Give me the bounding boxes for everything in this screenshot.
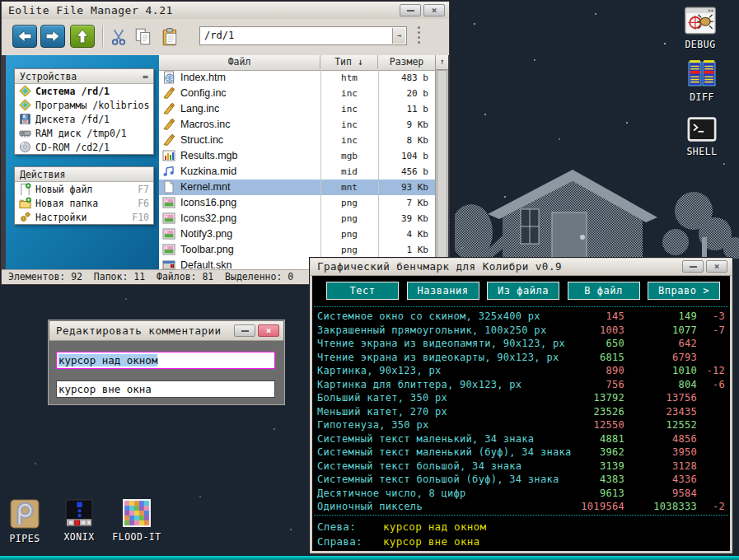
bench-row: Картинка, 90x123, px8901010-12 bbox=[317, 364, 725, 378]
bench-row: Десятичное число, 8 цифр96139584 bbox=[317, 487, 725, 501]
floodit-icon bbox=[105, 499, 168, 527]
desktop-icon-shell[interactable]: SHELL bbox=[676, 117, 728, 157]
back-button[interactable] bbox=[12, 25, 37, 48]
scrollbar[interactable]: ↑ bbox=[435, 55, 448, 269]
bench-value-right: 4336 bbox=[624, 473, 697, 487]
file-row[interactable]: Notify3.pngpng4 Kb bbox=[159, 226, 435, 242]
action-item[interactable]: Новая папкаF6 bbox=[15, 196, 153, 210]
desktop-icon-label: DEBUG bbox=[674, 39, 727, 50]
column-header-type[interactable]: Тип ↓ bbox=[320, 55, 378, 69]
device-item[interactable]: CD-ROM /cd2/1 bbox=[15, 140, 153, 154]
file-row[interactable]: Macros.incinc9 Kb bbox=[159, 117, 435, 133]
scroll-thumb[interactable] bbox=[437, 70, 447, 268]
bench-button[interactable]: Вправо > bbox=[648, 282, 720, 300]
file-row[interactable]: Config.incinc20 b bbox=[159, 86, 435, 101]
bench-row: Системный текст маленький, 34 знака48814… bbox=[317, 432, 725, 446]
desktop-icon-debug[interactable]: DEBUG bbox=[674, 7, 727, 50]
desktop-icon-pipes[interactable]: PIPES bbox=[0, 499, 51, 544]
close-button[interactable]: × bbox=[706, 260, 727, 273]
path-go-icon[interactable]: → bbox=[392, 28, 405, 44]
action-item[interactable]: НастройкиF10 bbox=[15, 210, 153, 224]
file-name: Kernel.mnt bbox=[180, 180, 230, 195]
collapse-icon[interactable]: = bbox=[143, 71, 148, 82]
bench-value-right: 3128 bbox=[624, 460, 697, 474]
file-row[interactable]: Results.mgbmgb104 b bbox=[159, 148, 435, 164]
copy-icon[interactable] bbox=[132, 26, 155, 48]
bench-footer-row: Справа:курсор вне окна bbox=[317, 534, 725, 549]
actions-panel-header[interactable]: Действия bbox=[15, 167, 153, 182]
file-name: Notify3.png bbox=[180, 226, 232, 242]
benchmark-window-title: Графический бенчмарк для Колибри v0.9 bbox=[317, 259, 562, 275]
close-button[interactable]: × bbox=[423, 4, 445, 16]
file-row[interactable]: Toolbar.pngpng1 Kb bbox=[159, 242, 435, 258]
devices-panel-header[interactable]: Устройства = bbox=[15, 69, 153, 84]
inc-file-icon bbox=[162, 118, 175, 131]
device-item[interactable]: Система /rd/1 bbox=[15, 84, 153, 98]
scroll-up-icon[interactable]: ↑ bbox=[436, 55, 448, 70]
menu-dots-icon[interactable] bbox=[418, 26, 420, 44]
column-separator bbox=[320, 70, 321, 269]
cd-icon bbox=[19, 141, 31, 153]
desktop-icon-xonix[interactable]: XONIX bbox=[53, 499, 105, 543]
bench-button[interactable]: Названия bbox=[407, 282, 479, 300]
file-size: 104 b bbox=[378, 148, 428, 164]
file-row[interactable]: Kernel.mntmnt93 Kb bbox=[159, 180, 435, 195]
bench-delta bbox=[697, 432, 725, 446]
action-label: Новый файл bbox=[35, 184, 92, 195]
close-button[interactable]: × bbox=[258, 324, 279, 337]
file-row[interactable]: Struct.incinc8 Kb bbox=[159, 133, 435, 148]
bench-button[interactable]: В файл bbox=[568, 282, 640, 300]
bench-delta: -7 bbox=[697, 324, 725, 338]
path-input[interactable]: /rd/1 → bbox=[199, 26, 407, 45]
png-file-icon bbox=[162, 196, 175, 209]
bench-delta bbox=[697, 460, 725, 474]
comment-input-1[interactable]: курсор над окном bbox=[56, 352, 275, 369]
bench-delta bbox=[697, 487, 725, 501]
file-row[interactable]: Index.htmhtm483 b bbox=[159, 70, 435, 86]
file-size: 483 b bbox=[378, 70, 428, 86]
bench-value-left: 1019564 bbox=[572, 500, 624, 514]
device-item[interactable]: Дискета /fd/1 bbox=[15, 112, 153, 126]
diamond-icon bbox=[19, 99, 31, 111]
desktop-icon-diff[interactable]: DIFF bbox=[676, 59, 728, 103]
bench-button[interactable]: Из файла bbox=[487, 282, 559, 300]
file-row[interactable]: Lang.incinc11 b bbox=[159, 101, 435, 117]
comment-input-2[interactable]: курсор вне окна bbox=[56, 380, 275, 398]
desktop-icon-flood-it[interactable]: FLOOD-IT bbox=[105, 499, 168, 543]
up-button[interactable] bbox=[70, 25, 95, 48]
eolite-titlebar[interactable]: Eolite File Manager 4.21 × bbox=[2, 2, 449, 20]
diamond-icon bbox=[19, 85, 31, 97]
taskbar-edge[interactable] bbox=[0, 556, 739, 560]
bench-button[interactable]: Тест bbox=[326, 282, 399, 300]
minimize-button[interactable] bbox=[682, 260, 704, 273]
file-type: inc bbox=[320, 101, 378, 117]
bench-value-left: 650 bbox=[572, 337, 624, 351]
minimize-button[interactable] bbox=[400, 4, 421, 16]
benchmark-titlebar[interactable]: Графический бенчмарк для Колибри v0.9 × bbox=[311, 259, 732, 276]
file-row[interactable]: Kuzkina.midmid456 b bbox=[159, 164, 435, 180]
device-item[interactable]: RAM диск /tmp0/1 bbox=[15, 126, 153, 140]
action-label: Настройки bbox=[35, 212, 87, 223]
file-size: 1 Kb bbox=[378, 242, 428, 258]
file-name: Kuzkina.mid bbox=[180, 164, 236, 180]
desktop-icon-label: PIPES bbox=[0, 533, 51, 544]
xonix-icon bbox=[53, 499, 105, 527]
device-item[interactable]: Программы /kolibrios bbox=[15, 98, 153, 112]
bench-label: Картинка для блиттера, 90x123, px bbox=[317, 378, 572, 392]
file-row[interactable]: Icons32.pngpng39 Kb bbox=[159, 211, 435, 226]
file-row[interactable]: Icons16.pngpng7 Kb bbox=[159, 195, 435, 211]
bench-footer-value: курсор над окном bbox=[383, 520, 486, 534]
action-item[interactable]: Новый файлF7 bbox=[15, 182, 153, 196]
paste-icon[interactable] bbox=[159, 26, 182, 48]
column-header-size[interactable]: Размер bbox=[378, 55, 435, 69]
bench-value-right: 23435 bbox=[624, 405, 697, 419]
mid-file-icon bbox=[162, 165, 175, 178]
cut-icon[interactable] bbox=[107, 26, 130, 48]
bench-value-right: 6793 bbox=[624, 351, 697, 365]
column-header-file[interactable]: Файл bbox=[159, 55, 320, 69]
comment-editor-titlebar[interactable]: Редактировать комментарии × bbox=[49, 321, 283, 341]
gears-icon bbox=[19, 211, 31, 223]
forward-button[interactable] bbox=[40, 25, 65, 48]
bench-row: Одиночный пиксель10195641038333-2 bbox=[317, 500, 725, 514]
minimize-button[interactable] bbox=[234, 324, 255, 337]
